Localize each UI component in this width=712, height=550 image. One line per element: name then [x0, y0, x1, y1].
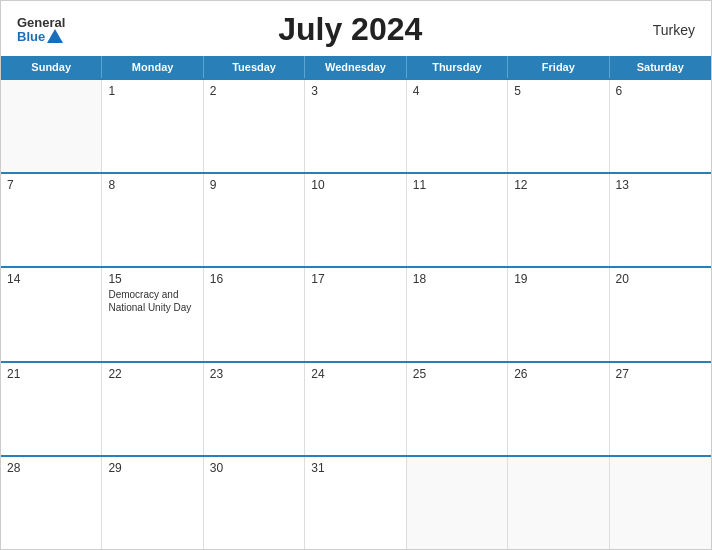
logo-triangle-icon — [47, 29, 63, 43]
day-number: 1 — [108, 84, 196, 98]
day-cell: 5 — [508, 80, 609, 172]
day-number: 27 — [616, 367, 705, 381]
day-cell: 16 — [204, 268, 305, 360]
calendar-title: July 2024 — [65, 11, 635, 48]
day-header-thursday: Thursday — [407, 56, 508, 78]
day-number: 21 — [7, 367, 95, 381]
day-cell: 20 — [610, 268, 711, 360]
day-number: 8 — [108, 178, 196, 192]
day-number: 31 — [311, 461, 399, 475]
logo-general: General — [17, 16, 65, 29]
logo-blue: Blue — [17, 29, 63, 43]
day-number: 17 — [311, 272, 399, 286]
day-cell: 15Democracy and National Unity Day — [102, 268, 203, 360]
day-cell: 13 — [610, 174, 711, 266]
day-number: 23 — [210, 367, 298, 381]
day-cell: 11 — [407, 174, 508, 266]
day-cell: 8 — [102, 174, 203, 266]
day-number: 11 — [413, 178, 501, 192]
day-number: 4 — [413, 84, 501, 98]
day-cell: 23 — [204, 363, 305, 455]
week-row-5: 28293031 — [1, 455, 711, 549]
day-number: 28 — [7, 461, 95, 475]
day-cell: 17 — [305, 268, 406, 360]
day-cell — [407, 457, 508, 549]
day-number: 9 — [210, 178, 298, 192]
day-cell: 3 — [305, 80, 406, 172]
week-row-1: 123456 — [1, 78, 711, 172]
day-header-sunday: Sunday — [1, 56, 102, 78]
weeks-container: 123456789101112131415Democracy and Natio… — [1, 78, 711, 549]
day-cell: 28 — [1, 457, 102, 549]
day-cell — [1, 80, 102, 172]
day-number: 13 — [616, 178, 705, 192]
day-cell: 4 — [407, 80, 508, 172]
day-cell — [508, 457, 609, 549]
day-number: 15 — [108, 272, 196, 286]
day-header-wednesday: Wednesday — [305, 56, 406, 78]
day-cell: 10 — [305, 174, 406, 266]
calendar-container: General Blue July 2024 Turkey SundayMond… — [0, 0, 712, 550]
day-cell: 30 — [204, 457, 305, 549]
day-cell: 12 — [508, 174, 609, 266]
logo-area: General Blue — [17, 16, 65, 43]
week-row-3: 1415Democracy and National Unity Day1617… — [1, 266, 711, 360]
day-cell: 26 — [508, 363, 609, 455]
day-cell: 29 — [102, 457, 203, 549]
day-number: 14 — [7, 272, 95, 286]
day-cell: 25 — [407, 363, 508, 455]
day-number: 3 — [311, 84, 399, 98]
day-number: 10 — [311, 178, 399, 192]
week-row-2: 78910111213 — [1, 172, 711, 266]
day-header-monday: Monday — [102, 56, 203, 78]
day-number: 2 — [210, 84, 298, 98]
day-number: 22 — [108, 367, 196, 381]
day-cell: 9 — [204, 174, 305, 266]
week-row-4: 21222324252627 — [1, 361, 711, 455]
day-cell: 18 — [407, 268, 508, 360]
day-number: 29 — [108, 461, 196, 475]
day-number: 6 — [616, 84, 705, 98]
day-number: 19 — [514, 272, 602, 286]
country-name: Turkey — [635, 22, 695, 38]
day-cell: 22 — [102, 363, 203, 455]
day-header-tuesday: Tuesday — [204, 56, 305, 78]
day-cell: 1 — [102, 80, 203, 172]
day-cell: 31 — [305, 457, 406, 549]
day-cell: 24 — [305, 363, 406, 455]
day-event: Democracy and National Unity Day — [108, 288, 196, 314]
day-cell — [610, 457, 711, 549]
day-cell: 7 — [1, 174, 102, 266]
calendar-grid: SundayMondayTuesdayWednesdayThursdayFrid… — [1, 56, 711, 549]
day-number: 20 — [616, 272, 705, 286]
day-number: 26 — [514, 367, 602, 381]
day-header-saturday: Saturday — [610, 56, 711, 78]
day-cell: 6 — [610, 80, 711, 172]
day-number: 25 — [413, 367, 501, 381]
logo-blue-text: Blue — [17, 30, 45, 43]
day-number: 30 — [210, 461, 298, 475]
day-cell: 21 — [1, 363, 102, 455]
day-headers-row: SundayMondayTuesdayWednesdayThursdayFrid… — [1, 56, 711, 78]
day-cell: 2 — [204, 80, 305, 172]
day-number: 18 — [413, 272, 501, 286]
day-cell: 19 — [508, 268, 609, 360]
day-number: 12 — [514, 178, 602, 192]
day-cell: 14 — [1, 268, 102, 360]
day-number: 7 — [7, 178, 95, 192]
calendar-header: General Blue July 2024 Turkey — [1, 1, 711, 56]
day-number: 5 — [514, 84, 602, 98]
day-header-friday: Friday — [508, 56, 609, 78]
day-number: 16 — [210, 272, 298, 286]
day-number: 24 — [311, 367, 399, 381]
day-cell: 27 — [610, 363, 711, 455]
